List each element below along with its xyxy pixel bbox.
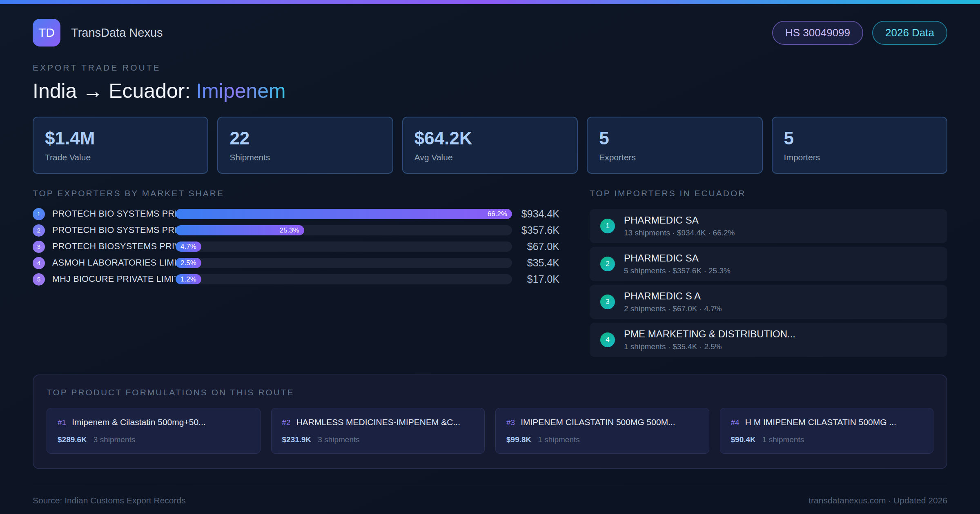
exporter-trade-value: $67.0K (519, 241, 559, 253)
product-value: $231.9K (282, 435, 312, 444)
importers-section: TOP IMPORTERS IN ECUADOR 1 PHARMEDIC SA … (590, 188, 947, 361)
footer: Source: Indian Customs Export Records tr… (33, 484, 947, 505)
importer-info: PME MARKETING & DISTRIBUTION... 1 shipme… (624, 328, 795, 351)
importer-meta: 13 shipments · $934.4K · 66.2% (624, 228, 735, 237)
product-card[interactable]: #4 H M IMIPENEM CILASTATIN 500MG ... $90… (720, 408, 934, 454)
exporter-row[interactable]: 4 ASMOH LABORATORIES LIMITED 2.5% $35.4K (33, 258, 559, 268)
stat-value: 5 (599, 128, 750, 148)
importer-info: PHARMEDIC SA 5 shipments · $357.6K · 25.… (624, 253, 731, 275)
importer-meta: 1 shipments · $35.4K · 2.5% (624, 342, 795, 351)
products-panel: TOP PRODUCT FORMULATIONS ON THIS ROUTE #… (33, 374, 947, 469)
product-title-row: #4 H M IMIPENEM CILASTATIN 500MG ... (731, 417, 923, 427)
exporters-bar-chart: 1 PROTECH BIO SYSTEMS PRIVAT... 66.2% $9… (33, 209, 559, 284)
exporter-row[interactable]: 1 PROTECH BIO SYSTEMS PRIVAT... 66.2% $9… (33, 209, 559, 219)
market-share-bar-fill: 4.7% (176, 241, 201, 252)
importer-row[interactable]: 2 PHARMEDIC SA 5 shipments · $357.6K · 2… (590, 247, 947, 281)
exporter-row[interactable]: 3 PROTECH BIOSYSTEMS PRIVATE... 4.7% $67… (33, 241, 559, 252)
market-share-bar-track: 1.2% (176, 274, 512, 284)
importer-name: PME MARKETING & DISTRIBUTION... (624, 328, 795, 340)
market-share-bar-track: 66.2% (176, 209, 512, 219)
exporter-name: MHJ BIOCURE PRIVATE LIMITED (52, 274, 176, 284)
stat-card: $64.2K Avg Value (402, 117, 578, 174)
product-name: IMIPENEM CILASTATIN 500MG 500M... (521, 417, 675, 427)
stat-label: Trade Value (45, 153, 196, 162)
product-title-row: #1 Imipenem & Cilastatin 500mg+50... (58, 417, 249, 427)
stat-card: $1.4M Trade Value (33, 117, 208, 174)
market-share-bar-track: 25.3% (176, 225, 512, 235)
importer-info: PHARMEDIC S A 2 shipments · $67.0K · 4.7… (624, 290, 722, 313)
market-share-bar-fill: 1.2% (176, 274, 201, 284)
page-title-prefix: India → Ecuador: (33, 80, 196, 102)
page-title: India → Ecuador: Imipenem (33, 79, 947, 103)
product-shipments: 1 shipments (762, 435, 804, 444)
stat-label: Avg Value (414, 153, 566, 162)
market-share-bar-track: 2.5% (176, 258, 512, 268)
dashboard-page: TD TransData Nexus HS 30049099 2026 Data… (0, 19, 980, 505)
stat-label: Exporters (599, 153, 750, 162)
exporter-name: PROTECH BIO SYSTEMS PRIVAT... (52, 209, 176, 219)
exporter-row[interactable]: 2 PROTECH BIO SYSTEMS PRIVAT... 25.3% $3… (33, 225, 559, 235)
stat-value: 22 (229, 128, 381, 148)
products-grid: #1 Imipenem & Cilastatin 500mg+50... $28… (47, 408, 933, 454)
exporter-trade-value: $357.6K (519, 224, 559, 236)
market-share-percent: 2.5% (180, 259, 196, 267)
importer-row[interactable]: 1 PHARMEDIC SA 13 shipments · $934.4K · … (590, 209, 947, 243)
hs-code-badge[interactable]: HS 30049099 (772, 21, 863, 45)
product-rank: #1 (58, 418, 66, 427)
product-shipments: 3 shipments (318, 435, 359, 444)
product-title-row: #3 IMIPENEM CILASTATIN 500MG 500M... (506, 417, 698, 427)
product-title-row: #2 HARMLESS MEDICINES-IMIPENEM &C... (282, 417, 474, 427)
exporter-rank-badge: 5 (33, 273, 45, 286)
header-badges: HS 30049099 2026 Data (772, 21, 947, 45)
exporter-name: PROTECH BIOSYSTEMS PRIVATE... (52, 241, 176, 252)
exporter-rank-badge: 2 (33, 224, 45, 237)
product-stats-row: $90.4K 1 shipments (731, 435, 923, 444)
market-share-bar-fill: 25.3% (176, 225, 304, 235)
main-columns: TOP EXPORTERS BY MARKET SHARE 1 PROTECH … (33, 188, 947, 361)
importer-rank-badge: 1 (600, 219, 615, 233)
footer-site: transdatanexus.com · Updated 2026 (808, 496, 947, 505)
stat-card: 5 Exporters (587, 117, 762, 174)
market-share-bar-track: 4.7% (176, 241, 512, 252)
importer-row[interactable]: 4 PME MARKETING & DISTRIBUTION... 1 ship… (590, 323, 947, 357)
market-share-percent: 1.2% (180, 275, 196, 284)
year-data-badge[interactable]: 2026 Data (872, 21, 947, 45)
product-shipments: 1 shipments (538, 435, 579, 444)
market-share-percent: 66.2% (488, 210, 507, 218)
exporter-trade-value: $934.4K (519, 208, 559, 220)
stat-label: Importers (784, 153, 935, 162)
product-card[interactable]: #3 IMIPENEM CILASTATIN 500MG 500M... $99… (495, 408, 709, 454)
importer-rank-badge: 2 (600, 257, 615, 271)
importer-rank-badge: 3 (600, 295, 615, 309)
importer-name: PHARMEDIC SA (624, 215, 735, 226)
exporter-name: PROTECH BIO SYSTEMS PRIVAT... (52, 225, 176, 235)
product-stats-row: $231.9K 3 shipments (282, 435, 474, 444)
product-card[interactable]: #2 HARMLESS MEDICINES-IMIPENEM &C... $23… (271, 408, 485, 454)
brand-logo: TD (33, 19, 60, 47)
exporter-rank-badge: 3 (33, 241, 45, 253)
importer-row[interactable]: 3 PHARMEDIC S A 2 shipments · $67.0K · 4… (590, 285, 947, 319)
exporter-row[interactable]: 5 MHJ BIOCURE PRIVATE LIMITED 1.2% $17.0… (33, 274, 559, 284)
product-value: $99.8K (506, 435, 531, 444)
importer-meta: 2 shipments · $67.0K · 4.7% (624, 304, 722, 313)
product-value: $90.4K (731, 435, 756, 444)
importers-list: 1 PHARMEDIC SA 13 shipments · $934.4K · … (590, 209, 947, 357)
exporter-name: ASMOH LABORATORIES LIMITED (52, 258, 176, 268)
importer-meta: 5 shipments · $357.6K · 25.3% (624, 266, 731, 275)
product-shipments: 3 shipments (94, 435, 135, 444)
products-heading: TOP PRODUCT FORMULATIONS ON THIS ROUTE (47, 388, 933, 397)
market-share-bar-fill: 66.2% (176, 209, 512, 219)
page-title-product: Imipenem (196, 80, 286, 102)
product-stats-row: $99.8K 1 shipments (506, 435, 698, 444)
exporter-rank-badge: 1 (33, 208, 45, 220)
product-name: HARMLESS MEDICINES-IMIPENEM &C... (296, 417, 460, 427)
stat-value: $64.2K (414, 128, 566, 148)
product-name: H M IMIPENEM CILASTATIN 500MG ... (745, 417, 896, 427)
stat-card: 5 Importers (772, 117, 947, 174)
brand: TD TransData Nexus (33, 19, 163, 47)
exporter-trade-value: $17.0K (519, 273, 559, 285)
product-card[interactable]: #1 Imipenem & Cilastatin 500mg+50... $28… (47, 408, 261, 454)
product-rank: #3 (506, 418, 515, 427)
exporter-trade-value: $35.4K (519, 257, 559, 269)
stat-value: 5 (784, 128, 935, 148)
